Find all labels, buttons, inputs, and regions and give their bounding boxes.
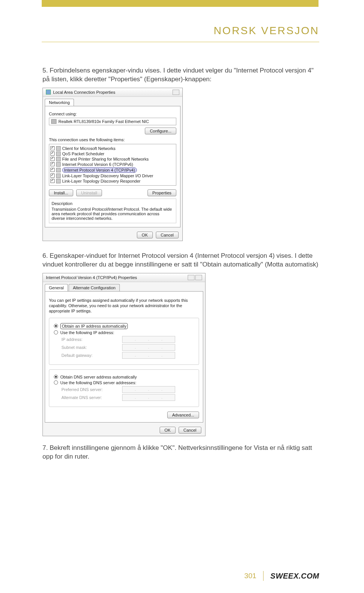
local-area-connection-properties-dialog: Local Area Connection Properties Network…: [42, 88, 183, 241]
checkbox-icon[interactable]: [50, 173, 55, 178]
radio-use-ip[interactable]: Use the following IP address:: [54, 330, 194, 335]
radio-obtain-ip[interactable]: Obtain an IP address automatically: [54, 323, 194, 329]
uninstall-button[interactable]: Uninstall: [76, 189, 102, 196]
adapter-icon: [51, 119, 56, 124]
component-icon: [56, 173, 61, 178]
install-button[interactable]: Install...: [49, 189, 73, 196]
dialog-title-text: Internet Protocol Version 4 (TCP/IPv4) P…: [46, 275, 137, 280]
step-7-text: 7. Bekreft innstillingene gjennom å klik…: [42, 444, 319, 461]
adapter-field: Realtek RTL8139/810x Family Fast Etherne…: [49, 118, 176, 125]
window-controls: [173, 90, 179, 95]
checkbox-icon[interactable]: [50, 168, 55, 172]
tab-row: Networking: [43, 97, 182, 106]
field-label: Alternate DNS server:: [61, 395, 118, 400]
checkbox-icon[interactable]: [50, 179, 55, 183]
tab-networking[interactable]: Networking: [45, 99, 74, 106]
tab-alternate-config[interactable]: Alternate Configuration: [69, 284, 120, 291]
tab-general[interactable]: General: [45, 284, 68, 291]
window-controls: [188, 275, 202, 280]
tab-row: General Alternate Configuration: [43, 282, 205, 291]
help-icon[interactable]: [188, 275, 195, 280]
field-label: Subnet mask:: [61, 345, 118, 350]
list-item[interactable]: QoS Packet Scheduler: [50, 151, 175, 156]
page-footer: 301 SWEEX.COM: [244, 571, 319, 581]
dns-group: Obtain DNS server address automatically …: [49, 369, 199, 407]
uses-items-label: This connection uses the following items…: [49, 137, 176, 142]
dialog-footer: OK Cancel: [43, 229, 182, 241]
ip-input: ...: [122, 386, 175, 393]
dialog-titlebar: Local Area Connection Properties: [43, 88, 182, 97]
ip-input: ...: [122, 336, 175, 343]
cancel-button[interactable]: Cancel: [156, 232, 179, 238]
component-icon: [56, 157, 61, 161]
radio-icon[interactable]: [54, 375, 58, 379]
radio-obtain-dns[interactable]: Obtain DNS server address automatically: [54, 375, 194, 379]
radio-use-dns[interactable]: Use the following DNS server addresses:: [54, 380, 194, 385]
item-label: Internet Protocol Version 6 (TCP/IPv6): [62, 162, 133, 167]
close-icon[interactable]: [173, 90, 179, 95]
step-6-text: 6. Egenskaper-vinduet for Internet Proto…: [42, 252, 319, 269]
item-label: QoS Packet Scheduler: [62, 151, 104, 156]
ok-button[interactable]: OK: [160, 427, 176, 434]
subnet-row: Subnet mask:...: [61, 344, 194, 351]
radio-icon[interactable]: [54, 324, 58, 328]
radio-label: Obtain an IP address automatically: [60, 323, 128, 329]
list-item-selected[interactable]: Internet Protocol Version 4 (TCP/IPv4): [50, 167, 175, 173]
ip-group: Obtain an IP address automatically Use t…: [49, 318, 199, 365]
description-text: Transmission Control Protocol/Internet P…: [52, 207, 174, 221]
network-icon: [46, 90, 51, 95]
radio-icon[interactable]: [54, 330, 58, 334]
field-label: IP address:: [61, 337, 118, 342]
connect-using-label: Connect using:: [49, 112, 176, 116]
radio-label: Obtain DNS server address automatically: [60, 375, 137, 379]
ip-input: ...: [122, 352, 175, 359]
list-item[interactable]: Client for Microsoft Networks: [50, 146, 175, 151]
properties-button[interactable]: Properties: [147, 189, 176, 196]
component-icon: [56, 146, 61, 151]
field-label: Default gateway:: [61, 353, 118, 358]
list-item[interactable]: Internet Protocol Version 6 (TCP/IPv6): [50, 162, 175, 167]
close-icon[interactable]: [195, 275, 202, 280]
cancel-button[interactable]: Cancel: [179, 427, 201, 434]
dialog-body: You can get IP settings assigned automat…: [45, 291, 203, 423]
intro-text: You can get IP settings assigned automat…: [49, 298, 199, 314]
list-item[interactable]: Link-Layer Topology Discovery Responder: [50, 178, 175, 184]
dialog-title-text: Local Area Connection Properties: [53, 90, 115, 95]
pref-dns-row: Preferred DNS server:...: [61, 386, 194, 393]
list-item[interactable]: File and Printer Sharing for Microsoft N…: [50, 156, 175, 162]
items-list[interactable]: Client for Microsoft Networks QoS Packet…: [49, 144, 176, 186]
description-label: Description: [52, 201, 174, 206]
header-rule: [42, 42, 319, 42]
component-icon: [56, 151, 61, 156]
dialog-titlebar: Internet Protocol Version 4 (TCP/IPv4) P…: [43, 273, 205, 282]
button-row: Install... Uninstall Properties: [49, 189, 176, 196]
ok-button[interactable]: OK: [137, 232, 153, 238]
description-box: Description Transmission Control Protoco…: [49, 199, 176, 223]
field-label: Preferred DNS server:: [61, 387, 118, 392]
ipv4-properties-dialog: Internet Protocol Version 4 (TCP/IPv4) P…: [42, 273, 206, 436]
header-title: NORSK VERSJON: [213, 25, 319, 37]
checkbox-icon[interactable]: [50, 157, 55, 161]
list-item[interactable]: Link-Layer Topology Discovery Mapper I/O…: [50, 173, 175, 178]
alt-dns-row: Alternate DNS server:...: [61, 394, 194, 401]
advanced-button[interactable]: Advanced...: [167, 412, 199, 418]
page-number: 301: [244, 572, 256, 580]
radio-icon[interactable]: [54, 380, 58, 385]
dialog-footer: OK Cancel: [43, 424, 205, 436]
top-accent-bar: [42, 0, 318, 7]
configure-button[interactable]: Configure...: [145, 128, 176, 134]
page-content: 5. Forbindelsens egenskaper-vindu vises.…: [42, 66, 319, 465]
ip-input: ...: [122, 344, 175, 351]
ip-address-row: IP address:...: [61, 336, 194, 343]
checkbox-icon[interactable]: [50, 151, 55, 156]
dialog-body: Connect using: Realtek RTL8139/810x Fami…: [45, 106, 180, 227]
footer-divider: [263, 571, 264, 581]
item-label: Link-Layer Topology Discovery Responder: [62, 179, 140, 183]
step-5-text: 5. Forbindelsens egenskaper-vindu vises.…: [42, 66, 319, 84]
checkbox-icon[interactable]: [50, 146, 55, 150]
checkbox-icon[interactable]: [50, 162, 55, 166]
radio-label: Use the following IP address:: [60, 330, 114, 335]
adapter-name: Realtek RTL8139/810x Family Fast Etherne…: [58, 119, 149, 124]
gateway-row: Default gateway:...: [61, 352, 194, 359]
radio-label: Use the following DNS server addresses:: [60, 380, 136, 385]
